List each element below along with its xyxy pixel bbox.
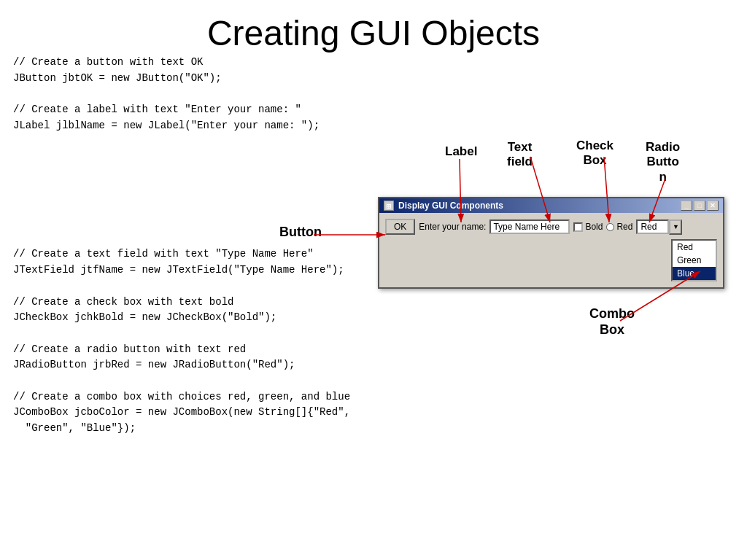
dropdown-item-blue[interactable]: Blue	[673, 267, 716, 280]
button-annotation: Button	[279, 225, 322, 240]
gui-window: ⊞ Display GUI Components _ □ ✕ OK Enter …	[378, 197, 724, 289]
gui-titlebar: ⊞ Display GUI Components _ □ ✕	[379, 198, 723, 213]
gui-titlebar-title: ⊞ Display GUI Components	[384, 201, 503, 211]
gui-titlebar-icon: ⊞	[384, 201, 394, 211]
checkbox-annotation: CheckBox	[576, 139, 614, 168]
bold-checkbox-label: Bold	[585, 222, 603, 232]
gui-titlebar-buttons: _ □ ✕	[681, 201, 719, 211]
bold-checkbox-wrapper: Bold	[573, 222, 603, 232]
enter-name-label: Enter your name:	[419, 222, 486, 232]
radiobutton-annotation: RadioButton	[646, 140, 680, 184]
red-radio-wrapper: Red	[606, 222, 632, 232]
gui-body: OK Enter your name: Bold Red Red ▼	[379, 213, 723, 287]
bold-checkbox[interactable]	[573, 222, 583, 232]
combobox-dropdown-btn[interactable]: ▼	[669, 219, 682, 235]
gui-title-text: Display GUI Components	[398, 201, 503, 211]
page-title: Creating GUI Objects	[0, 0, 747, 61]
restore-button[interactable]: □	[694, 201, 705, 211]
dropdown-item-red[interactable]: Red	[673, 241, 716, 254]
red-radio[interactable]	[606, 223, 614, 231]
textfield-annotation: Textfield	[507, 140, 533, 170]
code-block: // Create a button with text OK JButton …	[0, 55, 474, 133]
ok-button[interactable]: OK	[385, 219, 415, 235]
gui-controls-row: OK Enter your name: Bold Red Red ▼	[385, 219, 717, 235]
red-radio-label: Red	[616, 222, 632, 232]
close-button[interactable]: ✕	[707, 201, 719, 211]
dropdown-item-green[interactable]: Green	[673, 254, 716, 267]
combobox-wrapper: Red ▼	[636, 219, 682, 235]
name-textfield[interactable]	[489, 219, 570, 234]
minimize-button[interactable]: _	[681, 201, 692, 211]
combobox-dropdown: Red Green Blue	[671, 239, 717, 281]
label-annotation: Label	[445, 144, 477, 159]
combobox-text: Red	[636, 219, 669, 234]
combobox-annotation: ComboBox	[589, 306, 635, 338]
